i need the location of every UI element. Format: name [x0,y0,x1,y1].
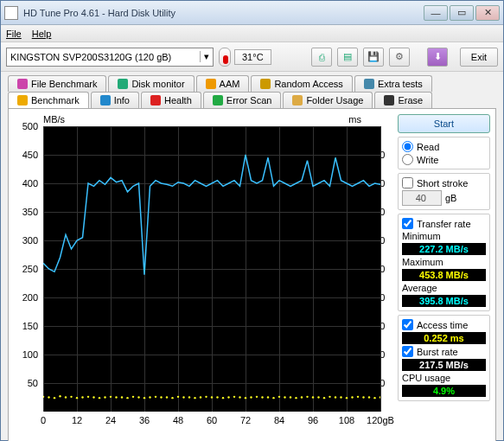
tab-random-access[interactable]: Random Access [251,75,352,92]
short-stroke-input[interactable] [402,190,442,206]
svg-point-15 [126,397,128,399]
close-button[interactable]: ✕ [475,5,500,21]
benchmark-panel: MB/s ms 50100150200250300350400450500 0.… [8,108,496,441]
svg-point-12 [110,396,112,398]
random-access-icon [260,79,271,89]
tab-label: Erase [398,95,423,105]
tab-error-scan[interactable]: Error Scan [203,92,282,108]
svg-point-40 [267,396,269,398]
svg-point-22 [166,396,168,398]
svg-point-45 [295,397,297,399]
svg-point-14 [121,396,123,398]
file-benchmark-icon [17,79,28,89]
tab-benchmark[interactable]: Benchmark [8,92,89,108]
cpu-usage-value: 4.9% [402,385,486,397]
tab-label: Random Access [274,79,342,89]
screenshot-button[interactable]: ▤ [337,48,358,67]
load-button[interactable]: ⬇ [427,48,448,67]
svg-point-18 [144,397,145,399]
tab-erase[interactable]: Erase [374,92,432,108]
health-icon [150,95,161,105]
options-button[interactable]: ⚙ [389,48,410,67]
copy-info-button[interactable]: ⎙ [311,48,332,67]
svg-point-7 [81,396,83,398]
exit-button[interactable]: Exit [460,48,498,67]
aam-icon [206,79,216,89]
transfer-rate-checkbox[interactable]: Transfer rate [402,218,486,229]
svg-point-11 [104,396,105,398]
svg-point-39 [261,396,263,398]
svg-point-9 [93,396,94,398]
svg-point-36 [245,397,246,399]
svg-point-29 [205,396,207,398]
tab-extra-tests[interactable]: Extra tests [354,75,432,92]
short-stroke-checkbox[interactable]: Short stroke [402,177,486,189]
save-button[interactable]: 💾 [363,48,384,67]
svg-point-19 [149,396,150,398]
menu-help[interactable]: Help [32,29,52,39]
minimum-value: 227.2 MB/s [402,243,486,255]
minimum-label: Minimum [402,231,486,241]
tab-file-benchmark[interactable]: File Benchmark [8,75,106,92]
svg-point-10 [99,397,100,399]
thermometer-icon [219,48,231,67]
drive-selected-text: KINGSTON SVP200S3120G (120 gB) [10,52,171,62]
tab-label: Benchmark [31,95,80,105]
svg-point-1 [48,396,49,398]
svg-point-55 [351,396,353,398]
minimize-button[interactable]: — [424,5,448,21]
average-value: 395.8 MB/s [402,295,486,307]
app-icon [4,6,18,20]
download-icon: ⬇ [434,51,442,62]
info-icon [100,95,111,105]
svg-point-24 [177,396,179,398]
save-icon: 💾 [367,51,380,62]
drive-select[interactable]: KINGSTON SVP200S3120G (120 gB) ▾ [6,48,214,67]
burst-rate-value: 217.5 MB/s [402,359,486,371]
svg-point-4 [65,396,67,398]
read-radio[interactable]: Read [402,141,486,152]
titlebar: HD Tune Pro 4.61 - Hard Disk Utility — ▭… [1,1,503,25]
tabs-secondary: File BenchmarkDisk monitorAAMRandom Acce… [1,72,503,92]
svg-point-2 [54,397,55,399]
tab-info[interactable]: Info [91,92,139,108]
short-stroke-unit: gB [445,193,456,203]
cpu-usage-label: CPU usage [402,373,486,383]
access-time-checkbox[interactable]: Access time [402,319,486,330]
svg-point-50 [323,397,325,399]
disk-monitor-icon [118,79,128,89]
app-window: HD Tune Pro 4.61 - Hard Disk Utility — ▭… [0,0,504,441]
maximize-button[interactable]: ▭ [450,5,474,21]
tab-label: Disk monitor [131,79,184,89]
tab-aam[interactable]: AAM [196,75,250,92]
svg-point-20 [155,396,156,398]
chart-plot-area [43,126,380,412]
svg-point-41 [272,397,274,399]
svg-point-47 [306,396,308,398]
svg-point-28 [200,396,201,398]
side-panel: Start Read Write Short stroke gB Transfe… [398,114,490,441]
svg-point-23 [171,397,173,399]
menu-file[interactable]: File [6,29,22,39]
benchmark-icon [17,95,28,105]
extra-tests-icon [364,79,374,89]
svg-point-38 [256,396,258,398]
svg-point-13 [115,396,117,398]
burst-rate-checkbox[interactable]: Burst rate [402,346,486,357]
svg-point-3 [59,395,61,397]
tab-disk-monitor[interactable]: Disk monitor [108,75,194,92]
svg-point-17 [137,396,139,398]
gear-icon: ⚙ [395,51,404,62]
tab-folder-usage[interactable]: Folder Usage [283,92,373,108]
tab-label: Folder Usage [306,95,363,105]
start-button[interactable]: Start [398,114,490,133]
svg-point-34 [233,396,235,398]
write-radio[interactable]: Write [402,154,486,165]
svg-point-0 [43,396,44,398]
x-ticks: 01224364860728496108120gB [43,413,380,429]
erase-icon [384,95,394,105]
tab-label: AAM [220,79,240,89]
error-scan-icon [213,95,223,105]
tab-health[interactable]: Health [141,92,201,108]
svg-point-31 [216,396,218,398]
